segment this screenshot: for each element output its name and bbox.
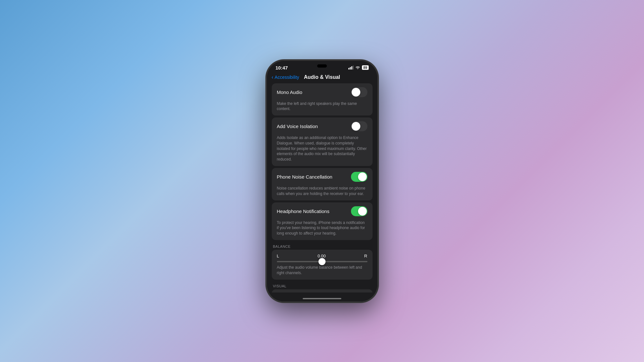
back-label: Accessibility	[275, 75, 299, 80]
voice-isolation-card: Add Voice Isolation Adds Isolate as an a…	[272, 117, 373, 166]
voice-isolation-toggle[interactable]	[351, 121, 367, 131]
mono-audio-toggle[interactable]	[351, 87, 367, 97]
battery-indicator: 89	[362, 65, 368, 70]
settings-content: Mono Audio Make the left and right speak…	[267, 83, 378, 292]
balance-slider-track[interactable]	[277, 261, 367, 262]
balance-slider-thumb[interactable]	[318, 258, 326, 265]
balance-card: L 0.00 R Adjust the audio volume balance…	[272, 250, 373, 280]
headphone-notifications-row: Headphone Notifications	[272, 202, 373, 220]
balance-right-label: R	[364, 254, 367, 258]
wifi-icon	[355, 66, 360, 70]
headphone-notifications-description: To protect your hearing, iPhone sends a …	[272, 220, 373, 240]
phone-noise-card: Phone Noise Cancellation Noise cancellat…	[272, 168, 373, 200]
nav-header: ‹ Accessibility Audio & Visual	[267, 73, 378, 83]
phone-noise-label: Phone Noise Cancellation	[277, 174, 333, 180]
mono-audio-label: Mono Audio	[277, 89, 302, 95]
phone-frame: 10:47 89 ‹ Accessibility Audio & Vis	[267, 60, 378, 302]
back-chevron-icon: ‹	[272, 74, 273, 80]
balance-header: L 0.00 R	[277, 254, 367, 258]
dynamic-island	[317, 64, 327, 68]
balance-value: 0.00	[317, 254, 326, 258]
headphone-notifications-label: Headphone Notifications	[277, 209, 329, 214]
home-indicator	[303, 298, 341, 299]
status-icons: 89	[348, 65, 368, 70]
page-title: Audio & Visual	[304, 74, 340, 80]
voice-isolation-row: Add Voice Isolation	[272, 117, 373, 135]
phone-noise-description: Noise cancellation reduces ambient noise…	[272, 186, 373, 200]
headphone-notifications-card: Headphone Notifications To protect your …	[272, 202, 373, 240]
mono-audio-card: Mono Audio Make the left and right speak…	[272, 83, 373, 116]
back-button[interactable]: ‹ Accessibility	[272, 74, 299, 80]
led-flash-card[interactable]: LED Flash for Alerts Off ›	[272, 289, 373, 292]
phone-noise-toggle[interactable]	[351, 172, 367, 182]
balance-section-label: BALANCE	[272, 242, 373, 250]
voice-isolation-description: Adds Isolate as an additional option to …	[272, 135, 373, 166]
balance-left-label: L	[277, 254, 279, 258]
signal-icon	[348, 66, 354, 70]
svg-rect-2	[351, 66, 352, 70]
status-time: 10:47	[276, 65, 288, 70]
phone-noise-knob	[358, 172, 367, 181]
mono-audio-row: Mono Audio	[272, 83, 373, 101]
svg-rect-0	[348, 68, 349, 70]
visual-section-label: VISUAL	[272, 282, 373, 289]
svg-rect-1	[350, 67, 351, 70]
mono-audio-description: Make the left and right speakers play th…	[272, 101, 373, 116]
phone-noise-row: Phone Noise Cancellation	[272, 168, 373, 186]
svg-rect-3	[353, 66, 354, 70]
voice-isolation-knob	[352, 122, 360, 131]
led-flash-row[interactable]: LED Flash for Alerts Off ›	[272, 289, 373, 292]
headphone-notifications-knob	[358, 207, 367, 216]
voice-isolation-label: Add Voice Isolation	[277, 124, 318, 129]
headphone-notifications-toggle[interactable]	[351, 206, 367, 216]
mono-audio-knob	[352, 88, 360, 97]
balance-description: Adjust the audio volume balance between …	[277, 265, 367, 276]
